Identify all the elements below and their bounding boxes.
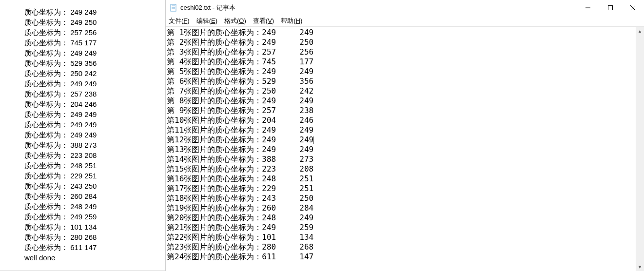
- notepad-window: ceshi02.txt - 记事本 文件(F) 编辑(E) 格式(O) 查看(V…: [166, 0, 644, 271]
- editor-line: 第 2张图片的质心坐标为：249 250: [167, 38, 636, 47]
- console-line: 质心坐标为： 204 246: [24, 99, 165, 109]
- window-controls: [577, 0, 644, 16]
- console-line: 质心坐标为： 249 249: [24, 7, 165, 17]
- menu-edit[interactable]: 编辑(E): [196, 17, 217, 25]
- console-line: 质心坐标为： 257 238: [24, 89, 165, 99]
- editor-line: 第 8张图片的质心坐标为：249 249: [167, 96, 636, 106]
- editor-line: 第 3张图片的质心坐标为：257 256: [167, 47, 636, 57]
- menu-file[interactable]: 文件(F): [169, 17, 190, 25]
- menu-help[interactable]: 帮助(H): [281, 17, 302, 25]
- editor-line: 第23张图片的质心坐标为：280 268: [167, 242, 636, 252]
- editor-line: 第 6张图片的质心坐标为：529 356: [167, 77, 636, 86]
- menu-view[interactable]: 查看(V): [253, 17, 274, 25]
- console-line: 质心坐标为： 223 208: [24, 150, 165, 160]
- editor-line: 第16张图片的质心坐标为：248 251: [167, 174, 636, 184]
- editor-line: 第20张图片的质心坐标为：248 249: [167, 213, 636, 223]
- editor-line: 第14张图片的质心坐标为：388 273: [167, 155, 636, 164]
- console-line: 质心坐标为： 257 256: [24, 27, 165, 38]
- editor-line: 第13张图片的质心坐标为：249 249: [167, 145, 636, 155]
- editor-line: 第24张图片的质心坐标为：611 147: [167, 252, 636, 262]
- editor-line: 第 4张图片的质心坐标为：745 177: [167, 57, 636, 67]
- editor-line: 第21张图片的质心坐标为：249 259: [167, 223, 636, 232]
- scroll-down-arrow[interactable]: ▼: [636, 263, 644, 271]
- editor-line: 第 5张图片的质心坐标为：249 249: [167, 67, 636, 77]
- console-line: 质心坐标为： 249 249: [24, 130, 165, 140]
- console-line: 质心坐标为： 745 177: [24, 38, 165, 48]
- console-line: 质心坐标为： 249 249: [24, 48, 165, 58]
- console-line: 质心坐标为： 280 268: [24, 232, 165, 242]
- titlebar[interactable]: ceshi02.txt - 记事本: [166, 0, 644, 16]
- vertical-scrollbar[interactable]: ▲ ▼: [636, 27, 644, 271]
- console-line: 质心坐标为： 249 249: [24, 109, 165, 119]
- editor-line: 第19张图片的质心坐标为：260 284: [167, 203, 636, 213]
- console-line: 质心坐标为： 260 284: [24, 191, 165, 201]
- console-line: 质心坐标为： 249 259: [24, 212, 165, 222]
- console-line: 质心坐标为： 248 249: [24, 201, 165, 212]
- editor-line: 第22张图片的质心坐标为：101 134: [167, 232, 636, 242]
- scroll-up-arrow[interactable]: ▲: [636, 27, 644, 35]
- text-caret: [313, 136, 313, 144]
- editor-area[interactable]: 第 1张图片的质心坐标为：249 249第 2张图片的质心坐标为：249 250…: [166, 27, 636, 271]
- console-line: 质心坐标为： 229 251: [24, 171, 165, 181]
- svg-rect-0: [171, 4, 176, 11]
- editor-line: 第 9张图片的质心坐标为：257 238: [167, 106, 636, 116]
- notepad-icon: [170, 4, 177, 12]
- editor-line: 第15张图片的质心坐标为：223 208: [167, 164, 636, 174]
- editor-line: 第 1张图片的质心坐标为：249 249: [167, 28, 636, 38]
- console-output-panel: 质心坐标为： 249 249质心坐标为： 249 250质心坐标为： 257 2…: [0, 0, 166, 271]
- svg-rect-5: [608, 6, 613, 10]
- console-line: 质心坐标为： 243 250: [24, 181, 165, 191]
- console-footer: well done: [24, 252, 165, 263]
- editor-line: 第 7张图片的质心坐标为：250 242: [167, 86, 636, 96]
- editor-line: 第18张图片的质心坐标为：243 250: [167, 194, 636, 203]
- console-line: 质心坐标为： 249 249: [24, 78, 165, 89]
- editor-line: 第12张图片的质心坐标为：249 249: [167, 135, 636, 145]
- console-line: 质心坐标为： 611 147: [24, 242, 165, 252]
- console-line: 质心坐标为： 249 250: [24, 17, 165, 27]
- editor-line: 第10张图片的质心坐标为：204 246: [167, 116, 636, 125]
- editor-line: 第17张图片的质心坐标为：229 251: [167, 184, 636, 194]
- menubar: 文件(F) 编辑(E) 格式(O) 查看(V) 帮助(H): [166, 16, 644, 26]
- editor-line: 第11张图片的质心坐标为：249 249: [167, 125, 636, 135]
- close-button[interactable]: [622, 0, 644, 16]
- console-line: 质心坐标为： 250 242: [24, 68, 165, 78]
- console-line: 质心坐标为： 248 251: [24, 160, 165, 171]
- console-line: 质心坐标为： 529 356: [24, 58, 165, 68]
- window-title: ceshi02.txt - 记事本: [180, 3, 235, 12]
- menu-format[interactable]: 格式(O): [224, 17, 246, 25]
- console-line: 质心坐标为： 249 249: [24, 119, 165, 130]
- maximize-button[interactable]: [599, 0, 622, 16]
- minimize-button[interactable]: [577, 0, 599, 16]
- console-line: 质心坐标为： 388 273: [24, 140, 165, 150]
- console-line: 质心坐标为： 101 134: [24, 222, 165, 232]
